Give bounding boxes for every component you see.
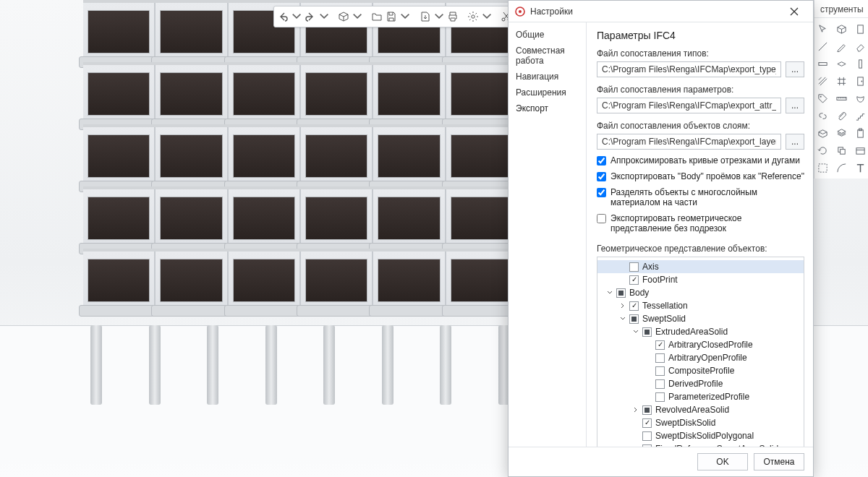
tool-layers-icon[interactable] <box>833 125 850 141</box>
undo-button[interactable] <box>277 8 289 25</box>
ok-button[interactable]: OK <box>697 453 748 470</box>
settings-button[interactable] <box>467 8 479 25</box>
tree-item-label: ArbitraryClosedProfile <box>668 340 753 350</box>
tool-paperclip-icon[interactable] <box>833 108 850 124</box>
tree-checkbox[interactable] <box>655 340 665 350</box>
tree-checkbox[interactable] <box>655 392 665 402</box>
tool-text-icon[interactable] <box>851 160 868 176</box>
tree-row[interactable]: ArbitraryOpenProfile <box>597 351 804 364</box>
tool-chain-icon[interactable] <box>814 108 831 124</box>
tool-ruler-icon[interactable] <box>833 90 850 106</box>
tree-checkbox[interactable] <box>642 431 652 441</box>
tree-checkbox[interactable] <box>616 288 626 298</box>
tool-clipboard-icon[interactable] <box>851 125 868 141</box>
check-no-clip-box[interactable] <box>597 214 606 223</box>
cancel-button[interactable]: Отмена <box>754 453 804 470</box>
tree-row[interactable]: ExtrudedAreaSolid <box>597 325 804 338</box>
redo-button[interactable] <box>305 8 316 25</box>
tree-row[interactable]: DerivedProfile <box>597 377 804 390</box>
tool-column-icon[interactable] <box>851 56 868 72</box>
cube-view-button[interactable] <box>338 8 349 25</box>
tree-row[interactable]: Body <box>597 286 804 299</box>
check-split-box[interactable] <box>597 188 606 197</box>
tool-page-icon[interactable] <box>851 21 868 37</box>
chevron-down-icon[interactable] <box>631 327 641 337</box>
check-no-clip[interactable]: Экспортировать геометрическое представле… <box>597 213 804 233</box>
tree-checkbox[interactable] <box>655 379 665 389</box>
check-approximate[interactable]: Аппроксимировать кривые отрезками и дуга… <box>597 155 804 166</box>
check-split[interactable]: Разделять объекты с многослойным материа… <box>597 187 804 207</box>
tree-row[interactable]: CompositeProfile <box>597 364 804 377</box>
tree-row[interactable]: Axis <box>597 260 804 273</box>
tree-checkbox[interactable] <box>655 353 665 363</box>
chevron-down-icon[interactable] <box>605 288 615 298</box>
close-button[interactable] <box>780 2 809 21</box>
undo-dropdown-icon[interactable] <box>292 12 302 22</box>
tree-checkbox[interactable] <box>655 366 665 376</box>
geometry-tree[interactable]: AxisFootPrintBodyTessellationSweptSolidE… <box>597 257 804 447</box>
tree-row[interactable]: SweptSolid <box>597 312 804 325</box>
tree-row[interactable]: ArbitraryClosedProfile <box>597 338 804 351</box>
export-dropdown-icon[interactable] <box>434 12 444 22</box>
tree-checkbox[interactable] <box>629 262 639 272</box>
export-button[interactable] <box>420 8 431 25</box>
tool-arrow-icon[interactable] <box>814 21 831 37</box>
tree-row[interactable]: SweptDiskSolid <box>597 416 804 429</box>
tool-openbox-icon[interactable] <box>814 125 831 141</box>
tree-row[interactable]: ParameterizedProfile <box>597 390 804 403</box>
tool-copy-icon[interactable] <box>833 142 850 158</box>
tool-slab-icon[interactable] <box>833 56 850 72</box>
tool-mask-icon[interactable] <box>851 90 868 106</box>
check-body-ref-box[interactable] <box>597 172 606 181</box>
browse-layers-button[interactable]: ... <box>786 134 804 150</box>
browse-types-button[interactable]: ... <box>786 61 804 77</box>
input-params-path[interactable] <box>597 98 781 113</box>
check-body-ref[interactable]: Экспортировать "Body" проёмов как "Refer… <box>597 171 804 181</box>
tool-cube-icon[interactable] <box>833 21 850 37</box>
tool-eraser-icon[interactable] <box>851 38 868 54</box>
tree-checkbox[interactable] <box>629 275 639 285</box>
tree-row[interactable]: FootPrint <box>597 273 804 286</box>
tool-newwin-icon[interactable] <box>851 142 868 158</box>
tree-checkbox[interactable] <box>629 314 639 324</box>
nav-item-export[interactable]: Экспорт <box>509 100 586 116</box>
tree-row[interactable]: SweptDiskSolidPolygonal <box>597 429 804 442</box>
tool-grid-icon[interactable] <box>833 73 850 89</box>
nav-item-general[interactable]: Общие <box>509 27 586 43</box>
nav-item-navigation[interactable]: Навигация <box>509 69 586 85</box>
chevron-right-icon[interactable] <box>631 405 641 415</box>
browse-params-button[interactable]: ... <box>786 98 804 113</box>
tool-door-icon[interactable] <box>851 73 868 89</box>
tool-tag-icon[interactable] <box>814 90 831 106</box>
open-button[interactable] <box>371 8 383 25</box>
tree-row[interactable]: Tessellation <box>597 299 804 312</box>
tool-line-icon[interactable] <box>814 38 831 54</box>
tool-wall-icon[interactable] <box>814 56 831 72</box>
print-button[interactable] <box>447 8 459 25</box>
tool-refresh-icon[interactable] <box>814 142 831 158</box>
save-button[interactable] <box>386 8 397 25</box>
tree-checkbox[interactable] <box>642 327 652 337</box>
tree-checkbox[interactable] <box>642 405 652 415</box>
tree-checkbox[interactable] <box>629 301 639 311</box>
tree-checkbox[interactable] <box>642 418 652 428</box>
check-body-ref-label: Экспортировать "Body" проёмов как "Refer… <box>610 171 804 181</box>
chevron-right-icon[interactable] <box>618 301 628 311</box>
view-dropdown-icon[interactable] <box>352 12 362 22</box>
settings-dropdown-icon[interactable] <box>482 12 492 22</box>
tool-hatch-icon[interactable] <box>814 73 831 89</box>
save-dropdown-icon[interactable] <box>400 12 410 22</box>
redo-dropdown-icon[interactable] <box>319 12 329 22</box>
nav-item-extensions[interactable]: Расширения <box>509 85 586 100</box>
tool-pencil-icon[interactable] <box>833 38 850 54</box>
nav-item-collab[interactable]: Совместная работа <box>509 43 586 69</box>
input-layers-path[interactable] <box>597 134 781 150</box>
input-types-path[interactable] <box>597 61 781 77</box>
tool-region-icon[interactable] <box>814 160 831 176</box>
chevron-down-icon[interactable] <box>618 314 628 324</box>
tree-row[interactable]: RevolvedAreaSolid <box>597 403 804 416</box>
check-approximate-box[interactable] <box>597 156 606 166</box>
dialog-titlebar[interactable]: Настройки <box>509 1 813 22</box>
tool-arc-icon[interactable] <box>833 160 850 176</box>
tool-stairs-icon[interactable] <box>851 108 868 124</box>
